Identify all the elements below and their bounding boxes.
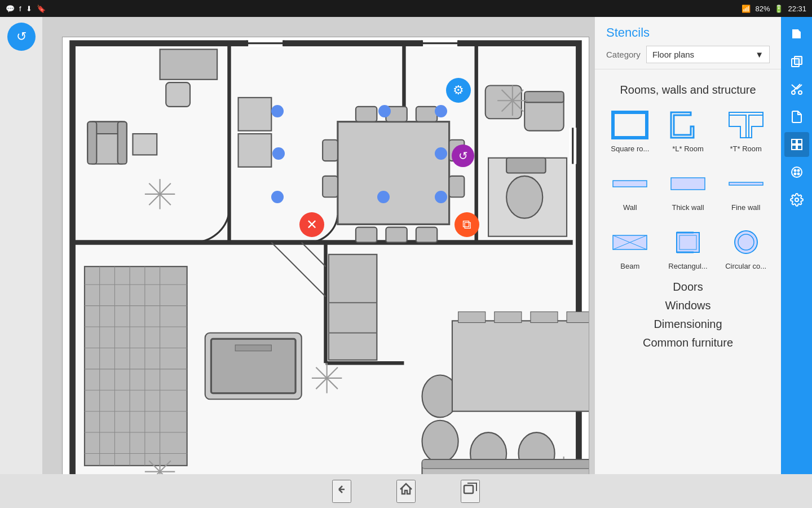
svg-rect-43 <box>486 86 522 119</box>
svg-rect-25 <box>239 98 272 131</box>
export-button[interactable] <box>784 21 809 46</box>
bottom-bar <box>0 474 812 508</box>
svg-rect-35 <box>356 227 377 243</box>
svg-point-128 <box>794 173 796 175</box>
document-button[interactable] <box>784 104 809 129</box>
stencils-panel: Stencils Category Floor plans ▼ Rooms, w… <box>595 17 781 508</box>
svg-rect-123 <box>792 145 796 150</box>
svg-rect-26 <box>239 134 272 167</box>
svg-rect-22 <box>133 134 157 155</box>
category-value: Floor plans <box>652 50 694 59</box>
svg-point-51 <box>506 176 542 218</box>
stencil-square-room[interactable]: Square ro... <box>603 103 657 157</box>
svg-rect-92 <box>567 312 589 322</box>
selection-handle-4[interactable] <box>272 147 285 160</box>
svg-point-85 <box>422 421 458 463</box>
refresh-button[interactable]: ↺ <box>452 144 474 167</box>
bookmark-icon: 🔖 <box>37 5 46 13</box>
svg-rect-38 <box>323 140 338 161</box>
svg-rect-21 <box>118 122 127 164</box>
stencil-grid-rooms: Square ro... *L* Room <box>603 103 773 275</box>
square-room-label: Square ro... <box>611 144 649 153</box>
category-label: Category <box>606 50 641 59</box>
svg-point-116 <box>792 91 795 94</box>
l-room-icon <box>665 108 710 142</box>
stencil-fine-wall[interactable]: Fine wall <box>719 162 773 216</box>
svg-rect-23 <box>160 49 218 79</box>
doors-section-title: Doors <box>603 281 773 294</box>
stencil-circular-column[interactable]: Circular co... <box>719 221 773 275</box>
chevron-down-icon: ▼ <box>755 50 764 59</box>
palette-button[interactable] <box>784 160 809 185</box>
status-bar-left: 💬 f ⬇ 🔖 <box>6 5 46 13</box>
svg-rect-79 <box>329 255 377 360</box>
rectangular-column-label: Rectangul... <box>668 262 707 270</box>
stencil-t-room[interactable]: *T* Room <box>719 103 773 157</box>
rooms-walls-section-title: Rooms, walls and structure <box>603 84 773 97</box>
svg-rect-121 <box>792 139 796 144</box>
svg-rect-34 <box>416 107 437 122</box>
floor-plan-svg <box>63 37 589 502</box>
copy-button[interactable]: ⧉ <box>454 212 479 237</box>
svg-rect-115 <box>795 56 802 64</box>
t-room-icon <box>723 108 769 142</box>
battery-percentage: 82% <box>755 5 770 13</box>
canvas-paper[interactable]: ⚙ ↺ ✕ ⧉ <box>62 37 589 502</box>
download-icon: ⬇ <box>26 5 32 13</box>
category-row: Category Floor plans ▼ <box>606 46 770 63</box>
rectangular-column-icon <box>665 225 710 259</box>
circular-column-icon <box>723 225 769 259</box>
home-button[interactable] <box>396 480 416 503</box>
selection-handle-7[interactable] <box>377 191 390 203</box>
stencils-header: Stencils Category Floor plans ▼ <box>595 17 781 69</box>
gear-button[interactable]: ⚙ <box>446 78 471 103</box>
wall-icon <box>607 167 652 200</box>
status-bar: 💬 f ⬇ 🔖 📶 82% 🔋 22:31 <box>0 0 812 17</box>
svg-rect-20 <box>87 122 96 164</box>
svg-rect-98 <box>422 459 589 468</box>
settings-toolbar-button[interactable] <box>784 187 809 212</box>
back-button[interactable] <box>332 480 351 503</box>
svg-rect-122 <box>797 139 802 144</box>
selection-handle-3[interactable] <box>435 105 447 117</box>
selection-handle-1[interactable] <box>271 105 284 117</box>
svg-rect-32 <box>356 107 377 122</box>
recent-apps-button[interactable] <box>461 480 480 503</box>
svg-point-127 <box>797 170 799 172</box>
t-room-label: *T* Room <box>730 144 761 153</box>
selection-handle-8[interactable] <box>435 191 447 203</box>
stencil-rectangular-column[interactable]: Rectangul... <box>661 221 715 275</box>
stencil-thick-wall[interactable]: Thick wall <box>661 162 715 216</box>
main-container: ↺ 🔧 <box>0 17 812 508</box>
delete-button[interactable]: ✕ <box>299 212 324 237</box>
square-room-icon <box>607 108 652 142</box>
grid-button[interactable] <box>784 132 809 157</box>
battery-icon: 🔋 <box>774 5 783 13</box>
selection-handle-6[interactable] <box>271 191 284 203</box>
status-bar-right: 📶 82% 🔋 22:31 <box>742 5 806 13</box>
stencils-title: Stencils <box>606 25 770 40</box>
svg-rect-88 <box>452 321 589 411</box>
canvas-area[interactable]: ⚙ ↺ ✕ ⧉ <box>42 17 595 508</box>
cut-button[interactable] <box>784 77 809 102</box>
svg-point-125 <box>792 167 802 177</box>
selection-handle-5[interactable] <box>435 147 447 160</box>
category-select[interactable]: Floor plans ▼ <box>646 46 770 63</box>
svg-rect-74 <box>235 345 271 351</box>
wall-label: Wall <box>623 203 637 212</box>
thick-wall-label: Thick wall <box>672 203 704 212</box>
stencil-beam[interactable]: Beam <box>603 221 657 275</box>
stencil-wall[interactable]: Wall <box>603 162 657 216</box>
common-furniture-section-title: Common furniture <box>603 336 773 349</box>
facebook-icon: f <box>19 5 21 13</box>
duplicate-button[interactable] <box>784 49 809 74</box>
left-toolbar-top: ↺ <box>7 23 36 51</box>
svg-rect-45 <box>524 91 563 102</box>
svg-point-117 <box>798 91 802 94</box>
beam-label: Beam <box>620 262 639 270</box>
stencil-l-room[interactable]: *L* Room <box>661 103 715 157</box>
svg-point-126 <box>794 170 796 172</box>
selection-handle-2[interactable] <box>378 105 391 117</box>
svg-rect-36 <box>386 227 407 243</box>
undo-button[interactable]: ↺ <box>7 23 36 51</box>
